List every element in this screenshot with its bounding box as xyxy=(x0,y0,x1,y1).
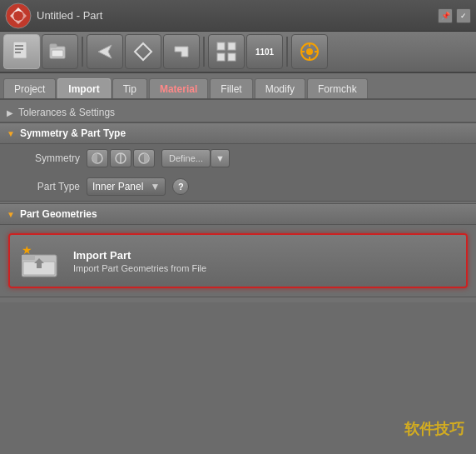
toolbar-shape-button[interactable] xyxy=(163,34,200,69)
symmetry-section-title[interactable]: ▼ Symmetry & Part Type xyxy=(0,123,476,144)
symmetry-btn-1[interactable] xyxy=(87,149,108,167)
toolbar-badge-label: 1101 xyxy=(255,47,274,57)
import-card-icon: ★ xyxy=(22,243,62,278)
toolbar-arrow-button[interactable] xyxy=(87,34,123,69)
window-controls[interactable]: 📌 ✓ xyxy=(438,8,471,23)
svg-rect-7 xyxy=(15,48,23,50)
tab-project[interactable]: Project xyxy=(3,78,56,98)
svg-point-19 xyxy=(306,48,313,55)
svg-rect-6 xyxy=(15,45,23,47)
svg-rect-14 xyxy=(217,42,225,50)
help-button[interactable]: ? xyxy=(172,178,189,195)
toolbar-new-button[interactable] xyxy=(3,34,40,69)
dropdown-arrow-icon: ▼ xyxy=(150,181,160,192)
tolerances-arrow: ▶ xyxy=(7,108,13,117)
tab-import[interactable]: Import xyxy=(57,78,110,98)
svg-rect-8 xyxy=(15,52,21,53)
toolbar-grid-button[interactable] xyxy=(208,34,245,69)
geometries-section: ▼ Part Geometries ★ xyxy=(0,203,476,297)
content-area: ▶ Tolerances & Settings ▼ Symmetry & Par… xyxy=(0,100,476,302)
toolbar-sep-3 xyxy=(286,37,288,67)
tab-fillet[interactable]: Fillet xyxy=(210,78,252,98)
app-logo xyxy=(5,2,32,29)
symmetry-section: ▼ Symmetry & Part Type Symmetry xyxy=(0,122,476,202)
symmetry-arrow: ▼ xyxy=(7,129,15,138)
part-type-select[interactable]: Inner Panel ▼ xyxy=(87,177,166,196)
define-button[interactable]: Define... xyxy=(161,149,211,167)
import-card-subtitle: Import Part Geometries from File xyxy=(73,263,206,273)
main-toolbar: 1101 xyxy=(0,32,476,73)
svg-rect-29 xyxy=(22,255,35,260)
tolerances-section[interactable]: ▶ Tolerances & Settings xyxy=(0,103,476,122)
geometries-content: ★ Import Part Import Part Geometries fro… xyxy=(0,225,476,297)
svg-rect-11 xyxy=(52,50,63,57)
svg-rect-15 xyxy=(228,42,236,50)
check-button[interactable]: ✓ xyxy=(456,8,471,23)
part-type-row: Part Type Inner Panel ▼ ? xyxy=(0,172,476,201)
window-title: Untitled - Part xyxy=(37,9,438,22)
svg-rect-10 xyxy=(50,44,57,47)
geometries-section-title[interactable]: ▼ Part Geometries xyxy=(0,204,476,225)
geometries-arrow: ▼ xyxy=(7,210,15,219)
toolbar-sep-2 xyxy=(203,37,205,67)
svg-marker-13 xyxy=(135,43,151,60)
svg-rect-17 xyxy=(228,53,236,61)
part-type-label: Part Type xyxy=(13,181,80,192)
title-bar: Untitled - Part 📌 ✓ xyxy=(0,0,476,32)
symmetry-label: Symmetry xyxy=(13,152,80,164)
toolbar-sep-1 xyxy=(82,37,83,67)
toolbar-open-button[interactable] xyxy=(42,34,78,69)
symmetry-btn-2[interactable] xyxy=(110,149,131,167)
tab-formchk[interactable]: Formchk xyxy=(307,78,368,98)
tab-tip[interactable]: Tip xyxy=(112,78,147,98)
import-card-title: Import Part xyxy=(73,249,206,262)
symmetry-section-label: Symmetry & Part Type xyxy=(20,127,126,139)
tab-material[interactable]: Material xyxy=(149,78,208,98)
geometries-section-label: Part Geometries xyxy=(20,208,97,220)
tab-bar: Project Import Tip Material Fillet Modif… xyxy=(0,73,476,100)
define-dropdown-button[interactable]: ▼ xyxy=(211,149,230,167)
tab-modify[interactable]: Modify xyxy=(255,78,305,98)
pin-button[interactable]: 📌 xyxy=(438,8,453,23)
svg-rect-16 xyxy=(217,53,225,61)
toolbar-settings-button[interactable] xyxy=(291,34,328,69)
part-type-dropdown[interactable]: Inner Panel ▼ xyxy=(87,177,166,196)
import-card-text: Import Part Import Part Geometries from … xyxy=(73,249,206,273)
symmetry-row: Symmetry xyxy=(0,144,476,172)
symmetry-buttons xyxy=(87,149,155,167)
svg-point-0 xyxy=(6,3,31,28)
import-part-card[interactable]: ★ Import Part Import Part Geometries fro… xyxy=(8,233,468,288)
svg-marker-12 xyxy=(98,45,112,58)
toolbar-diamond-button[interactable] xyxy=(125,34,161,69)
toolbar-badge-button[interactable]: 1101 xyxy=(246,34,283,69)
watermark: 软件技巧 xyxy=(404,419,464,439)
tolerances-label: Tolerances & Settings xyxy=(18,107,115,118)
define-control: Define... ▼ xyxy=(161,149,230,167)
symmetry-btn-3[interactable] xyxy=(133,149,155,167)
